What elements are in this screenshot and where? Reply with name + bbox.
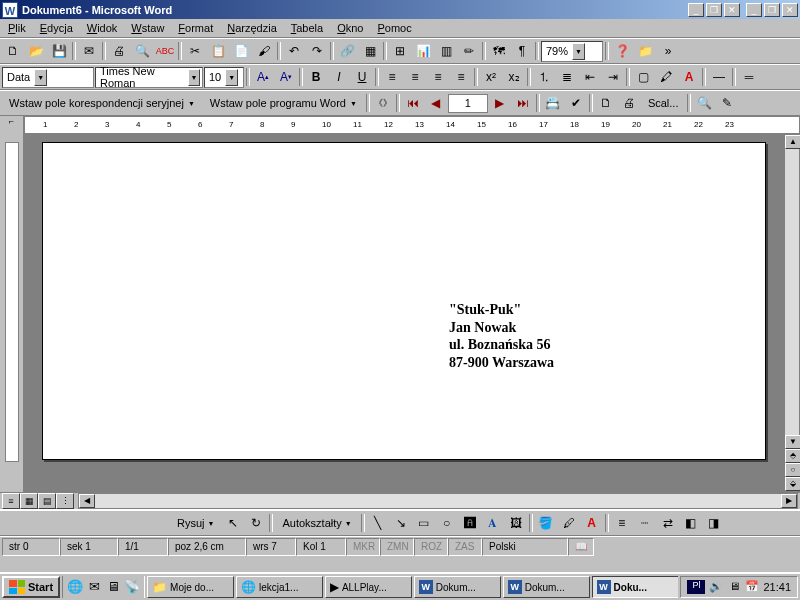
merge-button[interactable]: Scal... xyxy=(641,92,686,114)
dash-button[interactable]: ┈ xyxy=(634,512,656,534)
3d-button[interactable]: ◨ xyxy=(703,512,725,534)
open-dialog-button[interactable]: 📁 xyxy=(634,40,656,62)
insert-word-field-button[interactable]: Wstaw pole programu Word▼ xyxy=(203,92,364,114)
menu-wstaw[interactable]: Wstaw xyxy=(124,20,171,36)
hyperlink-button[interactable]: 🔗 xyxy=(336,40,358,62)
line-weight-button[interactable]: ≡ xyxy=(611,512,633,534)
status-ext[interactable]: ROZ xyxy=(414,538,448,556)
vertical-scrollbar[interactable]: ▲ ▼ ⬘ ○ ⬙ xyxy=(784,134,800,492)
ql-ie-icon[interactable]: 🌐 xyxy=(67,579,83,595)
draw-menu-button[interactable]: Rysuj▼ xyxy=(170,512,221,534)
restore-button[interactable]: ❐ xyxy=(706,3,722,17)
size-dropdown[interactable]: 10▼ xyxy=(204,67,244,88)
taskbar-button[interactable]: WDoku... xyxy=(592,576,679,598)
ql-channels-icon[interactable]: 📡 xyxy=(124,579,140,595)
justify-button[interactable]: ≡ xyxy=(450,66,472,88)
spell-button[interactable]: ABC xyxy=(154,40,176,62)
horizontal-ruler[interactable]: ⌐ 1234567891011121314151617181920212223 xyxy=(0,116,800,134)
status-rec[interactable]: MKR xyxy=(346,538,380,556)
next-page-button[interactable]: ⬙ xyxy=(785,477,800,491)
autoshapes-button[interactable]: Autokształty▼ xyxy=(275,512,358,534)
font-color-button[interactable]: A xyxy=(678,66,700,88)
style-dropdown[interactable]: Data▼ xyxy=(2,67,94,88)
line-button[interactable]: ╲ xyxy=(367,512,389,534)
columns-button[interactable]: ▥ xyxy=(435,40,457,62)
underline-button[interactable]: U xyxy=(351,66,373,88)
doc-restore-button[interactable]: ❐ xyxy=(764,3,780,17)
doc-minimize-button[interactable]: _ xyxy=(746,3,762,17)
bullets-button[interactable]: ≣ xyxy=(556,66,578,88)
menu-widok[interactable]: Widok xyxy=(80,20,125,36)
insert-table-button[interactable]: ⊞ xyxy=(389,40,411,62)
taskbar-button[interactable]: WDokum... xyxy=(414,576,501,598)
status-trk[interactable]: ZMN xyxy=(380,538,414,556)
edit-source-button[interactable]: ✎ xyxy=(716,92,738,114)
prev-page-button[interactable]: ⬘ xyxy=(785,449,800,463)
menu-tabela[interactable]: Tabela xyxy=(284,20,330,36)
align-left-button[interactable]: ≡ xyxy=(381,66,403,88)
taskbar-button[interactable]: ▶ALLPlay... xyxy=(325,576,412,598)
undo-button[interactable]: ↶ xyxy=(283,40,305,62)
docmap-button[interactable]: 🗺 xyxy=(488,40,510,62)
find-record-button[interactable]: 🔍 xyxy=(693,92,715,114)
address-block[interactable]: "Stuk-Puk" Jan Nowak ul. Boznańska 56 87… xyxy=(449,301,554,371)
align-center-button[interactable]: ≡ xyxy=(404,66,426,88)
scroll-down-button[interactable]: ▼ xyxy=(785,435,800,449)
format-painter-button[interactable]: 🖌 xyxy=(253,40,275,62)
excel-button[interactable]: 📊 xyxy=(412,40,434,62)
tray-volume-icon[interactable]: 🔊 xyxy=(709,580,723,594)
highlight-button[interactable]: 🖍 xyxy=(655,66,677,88)
fill-color-button[interactable]: 🪣 xyxy=(535,512,557,534)
new-button[interactable]: 🗋 xyxy=(2,40,24,62)
dash-style-button[interactable]: ═ xyxy=(738,66,760,88)
tray-scheduler-icon[interactable]: 📅 xyxy=(745,580,759,594)
border-button[interactable]: ▢ xyxy=(632,66,654,88)
font-dropdown[interactable]: Times New Roman▼ xyxy=(95,67,203,88)
browse-object-button[interactable]: ○ xyxy=(785,463,800,477)
numbering-button[interactable]: ⒈ xyxy=(533,66,555,88)
scroll-left-button[interactable]: ◀ xyxy=(79,494,95,508)
copy-button[interactable]: 📋 xyxy=(207,40,229,62)
record-number-input[interactable] xyxy=(448,94,488,113)
document-viewport[interactable]: "Stuk-Puk" Jan Nowak ul. Boznańska 56 87… xyxy=(24,134,784,492)
font-color-draw-button[interactable]: A xyxy=(581,512,603,534)
paste-button[interactable]: 📄 xyxy=(230,40,252,62)
outdent-button[interactable]: ⇤ xyxy=(579,66,601,88)
help-button[interactable]: ❓ xyxy=(611,40,633,62)
line-style-button[interactable]: — xyxy=(708,66,730,88)
horizontal-scrollbar[interactable]: ◀ ▶ xyxy=(78,493,798,509)
merge-print-button[interactable]: 🖨 xyxy=(618,92,640,114)
menu-format[interactable]: Format xyxy=(171,20,220,36)
view-merged-button[interactable]: 《》 xyxy=(372,92,394,114)
arrow-style-button[interactable]: ⇄ xyxy=(657,512,679,534)
tray-lang-indicator[interactable]: Pl xyxy=(687,580,705,594)
select-objects-button[interactable]: ↖ xyxy=(222,512,244,534)
start-button[interactable]: Start xyxy=(2,576,60,598)
mailmerge-helper-button[interactable]: 📇 xyxy=(542,92,564,114)
status-spell-icon[interactable]: 📖 xyxy=(568,538,594,556)
wordart-button[interactable]: 𝐀 xyxy=(482,512,504,534)
zoom-dropdown[interactable]: 79%▼ xyxy=(541,41,603,62)
redo-button[interactable]: ↷ xyxy=(306,40,328,62)
superscript-button[interactable]: x² xyxy=(480,66,502,88)
clipart-button[interactable]: 🖼 xyxy=(505,512,527,534)
next-record-button[interactable]: ▶ xyxy=(489,92,511,114)
page[interactable]: "Stuk-Puk" Jan Nowak ul. Boznańska 56 87… xyxy=(42,142,766,460)
preview-button[interactable]: 🔍 xyxy=(131,40,153,62)
save-button[interactable]: 💾 xyxy=(48,40,70,62)
menu-okno[interactable]: Okno xyxy=(330,20,370,36)
ql-oe-icon[interactable]: ✉ xyxy=(86,579,102,595)
print-button[interactable]: 🖨 xyxy=(108,40,130,62)
cut-button[interactable]: ✂ xyxy=(184,40,206,62)
more-button[interactable]: » xyxy=(657,40,679,62)
web-view-button[interactable]: ▦ xyxy=(20,493,38,509)
show-marks-button[interactable]: ¶ xyxy=(511,40,533,62)
menu-plik[interactable]: Plik xyxy=(1,20,33,36)
oval-button[interactable]: ○ xyxy=(436,512,458,534)
rectangle-button[interactable]: ▭ xyxy=(413,512,435,534)
scroll-up-button[interactable]: ▲ xyxy=(785,135,800,149)
outline-view-button[interactable]: ⋮ xyxy=(56,493,74,509)
rotate-button[interactable]: ↻ xyxy=(245,512,267,534)
normal-view-button[interactable]: ≡ xyxy=(2,493,20,509)
minimize-button[interactable]: _ xyxy=(688,3,704,17)
